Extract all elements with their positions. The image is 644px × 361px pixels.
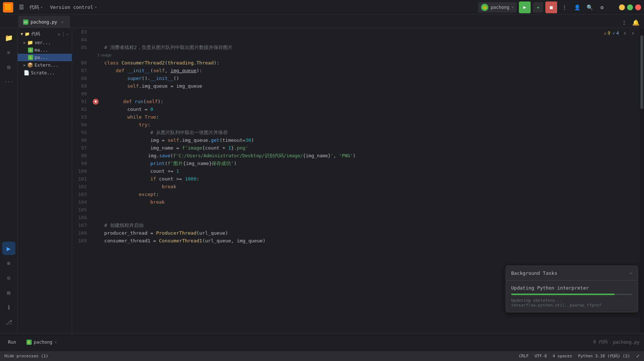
background-tasks-close-button[interactable]: −: [629, 270, 633, 277]
menu-version-control[interactable]: Version control ▾: [47, 3, 100, 11]
run-tab[interactable]: Run: [4, 338, 20, 346]
code-line-87: def __init__(self, img_queue):: [93, 67, 637, 74]
statusbar-right: CRLF UTF-8 4 spaces Python 3.10 (代码) (2)…: [519, 353, 640, 359]
close-button[interactable]: ✕: [635, 4, 641, 10]
sidebar-icon-project[interactable]: 📁: [2, 31, 15, 44]
pachong-run-tab[interactable]: 🐍 pachong ✕: [23, 338, 61, 346]
stop-button[interactable]: ■: [545, 1, 557, 13]
code-line-96: img = self.img_queue.get(timeout=30): [93, 136, 637, 144]
ai-assistant-button[interactable]: ✦: [533, 2, 543, 13]
background-tasks-title: Background Tasks: [511, 270, 557, 276]
py-icon-active: 🐍: [28, 55, 33, 60]
line-numbers: 83 84 85 86 87 88 89 90 91 92 93 94 95 9…: [72, 28, 90, 333]
tabbar-more-button[interactable]: ⋮: [619, 17, 629, 28]
sidebar-icons: 📁 ≡ ⊞ ··· ▶ ⊗ ⊙ ▤ ℹ ⎇: [0, 28, 18, 333]
code-line-93: while True:: [93, 113, 637, 121]
run-button[interactable]: ▶: [519, 1, 531, 13]
background-tasks-header: Background Tasks −: [506, 266, 638, 281]
maximize-button[interactable]: □: [627, 4, 633, 10]
user-pill[interactable]: 🐸 pachong ▾: [478, 2, 517, 13]
notifications-button[interactable]: 🔔: [631, 17, 641, 28]
tab-label: pachong.py: [31, 20, 57, 25]
code-line-90: [93, 90, 637, 98]
statusbar: Hide processes (1) CRLF UTF-8 4 spaces P…: [0, 351, 644, 361]
tab-pachong-py[interactable]: py pachong.py ✕: [18, 16, 70, 28]
sidebar-icon-find[interactable]: ≡: [2, 46, 15, 59]
sidebar-icon-plugin[interactable]: ⊞: [2, 60, 15, 74]
encoding-item[interactable]: CRLF: [519, 354, 529, 358]
tree-item-ma[interactable]: 🐍 ma...: [18, 46, 72, 54]
nav-arrows: ∧ ∨: [621, 29, 637, 37]
code-line-95: # 从图片队列中取出一张图片并保存: [93, 129, 637, 136]
charset-item[interactable]: UTF-8: [535, 354, 547, 358]
sidebar-icon-terminal[interactable]: ▤: [2, 286, 15, 299]
avatar: 🐸: [481, 4, 488, 11]
tree-root-toggle[interactable]: ▼ 📁 代码: [21, 31, 40, 37]
sidebar-icon-git[interactable]: ⎇: [2, 315, 15, 329]
code-line-103: except:: [93, 190, 637, 198]
editor-scrollbar[interactable]: [640, 28, 644, 333]
run-tab-close-button[interactable]: ✕: [54, 340, 57, 344]
code-line-83: [93, 28, 637, 36]
breadcrumb-root: 0 代码: [593, 339, 607, 345]
tab-py-icon: py: [23, 20, 28, 25]
sidebar-icon-run[interactable]: ▶: [2, 242, 15, 255]
sidebar-icon-info[interactable]: ℹ: [2, 301, 15, 314]
tree-item-scratch[interactable]: 📄 Scrate...: [18, 69, 72, 77]
sidebar-icon-layers[interactable]: ⊗: [2, 256, 15, 270]
interpreter-item[interactable]: Python 3.10 (代码) (2): [578, 353, 630, 359]
titlebar: 🟧 ☰ 代码 ▾ Version control ▾ 🐸 pachong ▾ ▶…: [0, 0, 644, 15]
code-line-107: # 创建线程并启动: [93, 221, 637, 229]
tree-actions: ✕ ⋮ −: [58, 32, 69, 37]
warnings-bar: ⚠ 9 ✓ 4 ∧ ∨: [604, 29, 637, 37]
hamburger-menu-button[interactable]: ☰: [16, 2, 26, 13]
code-line-84: [93, 36, 637, 43]
background-task-item: Updating Python interpreter Updating ske…: [506, 281, 638, 312]
code-line-104: break: [93, 198, 637, 206]
search-button[interactable]: 🔍: [584, 2, 595, 13]
progress-bar: [511, 294, 633, 295]
code-line-101: if count >= 1000:: [93, 175, 637, 183]
run-tab-label: Run: [8, 340, 16, 345]
breakpoint-dot: ●: [93, 99, 99, 105]
expand-button[interactable]: ⤢: [636, 354, 640, 359]
code-line-109: consumer_thread1 = ConsumerThread1(url_q…: [93, 237, 637, 245]
tabbar: py pachong.py ✕ ⋮ 🔔: [0, 15, 644, 28]
tree-item-extern[interactable]: ▶ 📦 Extern...: [18, 61, 72, 69]
task-detail-line2: tensorflow.python.util._pywrap_tfprof: [511, 303, 633, 308]
titlebar-menu: 代码 ▾ Version control ▾: [26, 3, 100, 12]
tree-close-button[interactable]: ✕: [58, 32, 60, 37]
errors-badge[interactable]: ✓ 4: [613, 31, 619, 36]
warnings-badge[interactable]: ⚠ 9: [604, 31, 610, 36]
app-logo: 🟧: [3, 2, 13, 13]
nav-up-button[interactable]: ∧: [621, 29, 629, 37]
add-user-button[interactable]: 👤: [572, 2, 582, 13]
code-line-97: img_name = f'image{count + 1}.png': [93, 144, 637, 152]
nav-down-button[interactable]: ∨: [629, 29, 637, 37]
bottom-panel: Run 🐍 pachong ✕ 0 代码 › pachong.py: [0, 333, 644, 351]
code-line-92: count = 0: [93, 105, 637, 113]
tree-minus-button[interactable]: −: [66, 32, 69, 37]
settings-button[interactable]: ⚙: [597, 2, 607, 13]
progress-fill: [511, 294, 615, 295]
code-line-86: class ConsumerThread2(threading.Thread):: [93, 59, 637, 67]
indent-item[interactable]: 4 spaces: [553, 354, 572, 358]
tree-item-ver[interactable]: ▶ 📁 ver...: [18, 39, 72, 46]
hide-processes-button[interactable]: Hide processes (1): [4, 354, 48, 358]
tree-more-button[interactable]: ⋮: [61, 32, 66, 37]
code-line-102: break: [93, 183, 637, 190]
minimize-button[interactable]: −: [619, 4, 625, 10]
tree-item-pa[interactable]: 🐍 pa...: [18, 54, 72, 61]
sidebar-icon-deploy[interactable]: ⊙: [2, 271, 15, 284]
py-icon: 🐍: [28, 48, 33, 53]
breadcrumb-file: pachong.py: [613, 340, 640, 345]
code-line-91: ● def run(self):: [93, 98, 637, 105]
tab-close-button[interactable]: ✕: [59, 19, 65, 25]
sidebar-icon-unknown1[interactable]: ···: [2, 75, 15, 88]
code-line-85: # 消费者线程2，负责从图片队列中取出图片数据并保存图片: [93, 43, 637, 51]
tabbar-actions: ⋮ 🔔: [619, 17, 641, 28]
pachong-tab-label: pachong: [34, 340, 53, 345]
menu-code[interactable]: 代码 ▾: [26, 3, 46, 12]
scrollbar-thumb[interactable]: [640, 35, 643, 109]
more-options-button[interactable]: ⋮: [559, 2, 570, 13]
